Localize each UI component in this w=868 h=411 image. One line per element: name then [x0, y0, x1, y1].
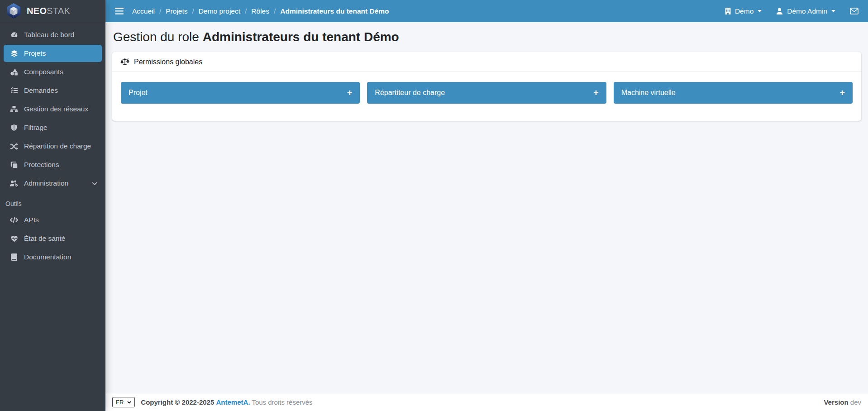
button-label: Répartiteur de charge [375, 89, 445, 97]
breadcrumb-separator: / [159, 7, 161, 15]
sidebar-item-label: Administration [24, 179, 68, 187]
sidebar-item-projets[interactable]: Projets [4, 45, 102, 62]
code-icon [8, 217, 20, 223]
sidebar-item-label: APIs [24, 216, 39, 224]
sidebar-item-repartition-de-charge[interactable]: Répartition de charge [4, 138, 102, 155]
page-title: Gestion du role Administrateurs du tenan… [113, 30, 860, 44]
shield-icon [8, 124, 20, 131]
tasks-icon [8, 87, 20, 94]
building-icon [725, 8, 731, 14]
main-footer: FR Copyright © 2022-2025 AntemetA. Tous … [105, 393, 868, 411]
page-title-role-name: Administrateurs du tenant Démo [203, 30, 399, 44]
breadcrumb-roles[interactable]: Rôles [251, 7, 269, 15]
gauge-icon [8, 31, 20, 38]
heart-pulse-icon [8, 235, 20, 242]
sidebar-item-label: Tableau de bord [24, 31, 74, 39]
breadcrumb-demo-project[interactable]: Demo project [199, 7, 240, 15]
sidebar-item-label: Composants [24, 68, 63, 76]
user-menu[interactable]: Démo Admin [776, 7, 835, 15]
breadcrumb-current: Administrateurs du tenant Démo [280, 7, 389, 15]
permissions-card-body: Projet + Répartiteur de charge + Machine… [112, 72, 861, 121]
select-caret-icon [127, 401, 131, 404]
book-icon [8, 253, 20, 261]
sidebar-item-label: Projets [24, 49, 46, 57]
plus-icon: + [347, 88, 353, 97]
add-permission-projet-button[interactable]: Projet + [121, 82, 360, 104]
brand-link[interactable]: NEOSTAK [0, 0, 105, 22]
sidebar-item-etat-de-sante[interactable]: État de santé [4, 230, 102, 247]
sidebar-item-composants[interactable]: Composants [4, 63, 102, 81]
top-navbar: Accueil / Projets / Demo project / Rôles… [105, 0, 868, 22]
sidebar-item-label: Répartition de charge [24, 142, 91, 150]
sidebar-item-tableau-de-bord[interactable]: Tableau de bord [4, 26, 102, 43]
chevron-down-icon [92, 182, 97, 185]
hamburger-menu-icon[interactable] [115, 8, 124, 14]
add-permission-machine-virtuelle-button[interactable]: Machine virtuelle + [614, 82, 853, 104]
breadcrumb-projets[interactable]: Projets [166, 7, 187, 15]
navbar-right: Démo Démo Admin [725, 7, 858, 15]
sidebar-item-filtrage[interactable]: Filtrage [4, 119, 102, 136]
permissions-card: Permissions globales Projet + Répartiteu… [112, 52, 861, 121]
copyright-text: Copyright © 2022-2025 AntemetA. Tous dro… [141, 398, 312, 406]
sidebar-item-label: État de santé [24, 234, 65, 243]
version-info: Version dev [824, 398, 861, 406]
sidebar-item-administration[interactable]: Administration [4, 175, 102, 192]
brand-name: NEOSTAK [27, 6, 70, 16]
permissions-card-header: Permissions globales [112, 52, 861, 72]
neostak-cube-logo-icon [6, 3, 21, 19]
caret-down-icon [758, 10, 762, 12]
language-select-value: FR [116, 399, 124, 406]
layers-icon [8, 50, 20, 57]
network-icon [8, 105, 20, 113]
button-label: Machine virtuelle [621, 89, 676, 97]
breadcrumb-separator: / [192, 7, 194, 15]
user-icon [776, 8, 783, 14]
button-label: Projet [129, 89, 148, 97]
plus-icon: + [839, 88, 845, 97]
sidebar-item-label: Documentation [24, 253, 71, 261]
version-value: dev [850, 398, 861, 406]
user-menu-label: Démo Admin [787, 7, 827, 15]
breadcrumb: Accueil / Projets / Demo project / Rôles… [132, 7, 389, 15]
sidebar-item-documentation[interactable]: Documentation [4, 249, 102, 266]
sidebar-item-label: Filtrage [24, 124, 48, 132]
sidebar: NEOSTAK Tableau de bord Projets Composan… [0, 0, 105, 411]
tenant-menu[interactable]: Démo [725, 7, 762, 15]
sidebar-item-label: Demandes [24, 86, 58, 95]
permissions-card-title: Permissions globales [134, 58, 202, 66]
copyright-years: Copyright © 2022-2025 [141, 398, 214, 406]
plus-icon: + [593, 88, 599, 97]
envelope-icon[interactable] [850, 8, 858, 14]
scale-balanced-icon [120, 58, 129, 66]
caret-down-icon [831, 10, 835, 12]
language-select[interactable]: FR [112, 397, 135, 407]
users-gear-icon [8, 180, 20, 187]
tenant-menu-label: Démo [735, 7, 754, 15]
add-permission-repartiteur-button[interactable]: Répartiteur de charge + [367, 82, 606, 104]
sidebar-section-outils: Outils [4, 193, 102, 211]
sidebar-item-gestion-des-reseaux[interactable]: Gestion des réseaux [4, 100, 102, 118]
page-title-prefix: Gestion du role [113, 30, 199, 44]
sidebar-item-label: Protections [24, 161, 59, 169]
sidebar-nav: Tableau de bord Projets Composants Deman… [0, 22, 105, 271]
shapes-icon [8, 68, 20, 76]
main-content: Gestion du role Administrateurs du tenan… [105, 22, 868, 393]
version-label: Version [824, 398, 848, 406]
sidebar-item-apis[interactable]: APIs [4, 211, 102, 229]
shuffle-icon [8, 143, 20, 150]
company-link[interactable]: AntemetA. [216, 398, 250, 406]
sidebar-item-demandes[interactable]: Demandes [4, 82, 102, 99]
sidebar-item-protections[interactable]: Protections [4, 156, 102, 173]
breadcrumb-accueil[interactable]: Accueil [132, 7, 155, 15]
rights-text: Tous droits réservés [252, 398, 312, 406]
clone-icon [8, 161, 20, 168]
breadcrumb-separator: / [245, 7, 247, 15]
breadcrumb-separator: / [274, 7, 276, 15]
sidebar-item-label: Gestion des réseaux [24, 105, 88, 113]
